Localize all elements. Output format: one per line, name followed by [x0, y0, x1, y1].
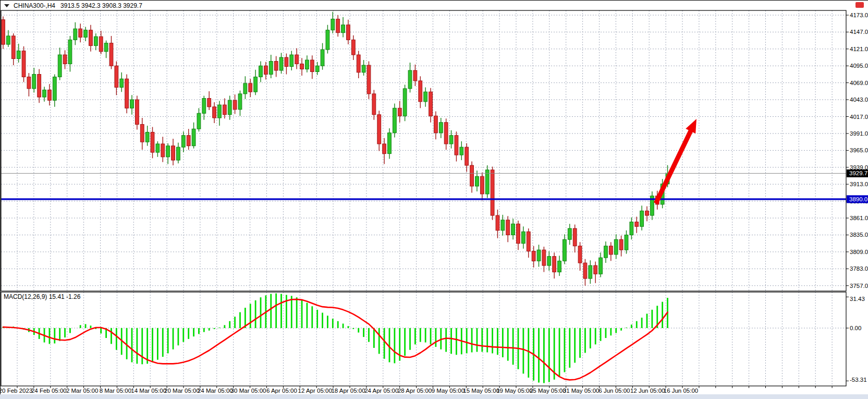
- svg-text:30 Mar 05:00: 30 Mar 05:00: [231, 388, 266, 394]
- svg-text:3809.0: 3809.0: [850, 249, 868, 255]
- svg-text:24 Apr 05:00: 24 Apr 05:00: [364, 388, 398, 394]
- svg-text:-53.31: -53.31: [850, 377, 867, 383]
- alert-marker: [855, 2, 864, 8]
- svg-text:31.43: 31.43: [850, 296, 865, 302]
- svg-text:14 Mar 05:00: 14 Mar 05:00: [131, 388, 166, 394]
- svg-text:2 Mar 05:00: 2 Mar 05:00: [66, 388, 98, 394]
- svg-text:3991.0: 3991.0: [850, 130, 868, 137]
- svg-text:3757.0: 3757.0: [850, 283, 868, 289]
- axes-labels: 4173.04147.04121.04095.04069.04043.04017…: [0, 12, 868, 394]
- svg-text:24 Mar 05:00: 24 Mar 05:00: [198, 388, 233, 394]
- svg-text:16 Jun 05:00: 16 Jun 05:00: [664, 388, 699, 394]
- candlestick-series: [2, 12, 669, 286]
- arrow-head: [686, 119, 696, 134]
- svg-text:20 Mar 05:00: 20 Mar 05:00: [164, 388, 200, 394]
- svg-text:4095.0: 4095.0: [850, 63, 868, 69]
- svg-text:6 Jun 05:00: 6 Jun 05:00: [598, 388, 630, 394]
- svg-text:12 Jun 05:00: 12 Jun 05:00: [630, 388, 665, 394]
- grid-lines: [1, 10, 846, 386]
- svg-text:3913.0: 3913.0: [850, 181, 868, 187]
- svg-text:4147.0: 4147.0: [850, 29, 868, 35]
- svg-text:4043.0: 4043.0: [850, 96, 868, 103]
- chart-header: CHINA300-,H4 3913.5 3942.3 3908.3 3929.7: [4, 2, 142, 10]
- svg-text:20 Feb 2023: 20 Feb 2023: [0, 388, 32, 394]
- svg-text:3783.0: 3783.0: [850, 265, 868, 272]
- svg-text:4121.0: 4121.0: [850, 46, 868, 52]
- svg-text:9 May 05:00: 9 May 05:00: [432, 388, 464, 394]
- svg-text:3929.7: 3929.7: [849, 170, 867, 176]
- svg-text:3861.0: 3861.0: [850, 215, 868, 221]
- macd-histogram: [3, 294, 668, 383]
- svg-text:28 Apr 05:00: 28 Apr 05:00: [398, 388, 432, 394]
- trend-arrow-annotation[interactable]: [656, 119, 696, 203]
- svg-text:18 Apr 05:00: 18 Apr 05:00: [331, 388, 365, 394]
- svg-text:6 Apr 05:00: 6 Apr 05:00: [266, 388, 297, 394]
- svg-text:4173.0: 4173.0: [850, 12, 868, 18]
- mt4-chart-window: CHINA300-,H4 3913.5 3942.3 3908.3 3929.7…: [0, 0, 868, 399]
- svg-text:15 May 05:00: 15 May 05:00: [463, 388, 499, 394]
- chart-canvas[interactable]: 4173.04147.04121.04095.04069.04043.04017…: [0, 0, 868, 399]
- svg-text:31 May 05:00: 31 May 05:00: [563, 388, 600, 394]
- svg-text:3890.0: 3890.0: [849, 196, 867, 202]
- svg-text:4017.0: 4017.0: [850, 114, 868, 120]
- pane-borders: [1, 10, 846, 386]
- svg-text:12 Apr 05:00: 12 Apr 05:00: [298, 388, 332, 394]
- svg-text:24 Feb 05:00: 24 Feb 05:00: [31, 388, 67, 394]
- symbol-timeframe-label: CHINA300-,H4: [14, 2, 55, 9]
- ohlc-readout: 3913.5 3942.3 3908.3 3929.7: [60, 2, 142, 9]
- svg-text:0.00: 0.00: [850, 325, 861, 331]
- svg-text:3965.0: 3965.0: [850, 147, 868, 153]
- symbol-dropdown-icon[interactable]: [4, 4, 9, 7]
- arrow-shaft: [656, 129, 691, 203]
- macd-signal-line: [3, 299, 668, 380]
- svg-text:8 Mar 05:00: 8 Mar 05:00: [100, 388, 131, 394]
- indicator-label: MACD(12,26,9) 15.41 -1.26: [4, 293, 80, 300]
- price-lines[interactable]: [1, 173, 846, 199]
- svg-text:4069.0: 4069.0: [850, 80, 868, 86]
- svg-text:19 May 05:00: 19 May 05:00: [496, 388, 533, 394]
- svg-text:25 May 05:00: 25 May 05:00: [530, 388, 566, 394]
- svg-text:3835.0: 3835.0: [850, 232, 868, 238]
